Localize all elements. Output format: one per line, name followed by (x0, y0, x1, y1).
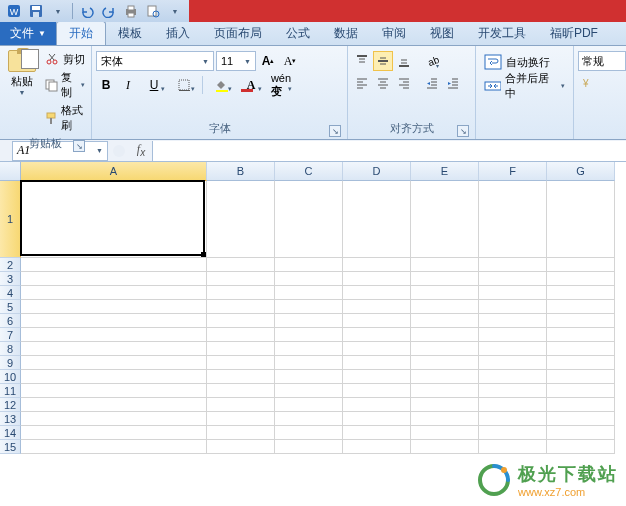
cell[interactable] (343, 384, 411, 398)
column-header[interactable]: C (275, 162, 343, 181)
cell[interactable] (479, 181, 547, 258)
cell[interactable] (207, 300, 275, 314)
cell[interactable] (275, 440, 343, 454)
cell[interactable] (547, 412, 615, 426)
cell[interactable] (21, 412, 207, 426)
cell[interactable] (547, 356, 615, 370)
cell[interactable] (479, 426, 547, 440)
cell[interactable] (479, 440, 547, 454)
tab-home[interactable]: 开始 (56, 21, 106, 45)
cell[interactable] (547, 272, 615, 286)
orientation-button[interactable]: ab▾ (422, 51, 442, 71)
cell[interactable] (21, 181, 207, 258)
cell[interactable] (411, 356, 479, 370)
cell[interactable] (275, 426, 343, 440)
font-color-button[interactable]: A ▾ (237, 75, 265, 95)
cell[interactable] (479, 258, 547, 272)
cell[interactable] (343, 328, 411, 342)
cell[interactable] (343, 426, 411, 440)
formula-input[interactable] (152, 141, 626, 161)
row-header[interactable]: 12 (0, 398, 21, 412)
cell[interactable] (411, 286, 479, 300)
cell[interactable] (343, 314, 411, 328)
redo-icon[interactable] (99, 2, 119, 20)
cell[interactable] (21, 370, 207, 384)
cell[interactable] (207, 384, 275, 398)
column-header[interactable]: D (343, 162, 411, 181)
cell[interactable] (411, 384, 479, 398)
cell[interactable] (275, 370, 343, 384)
wrap-text-button[interactable]: 自动换行 (480, 51, 569, 73)
cell[interactable] (207, 440, 275, 454)
row-header[interactable]: 1 (0, 181, 21, 258)
format-painter-button[interactable]: 格式刷 (42, 102, 87, 134)
currency-button[interactable]: ¥ (578, 73, 598, 93)
paste-button[interactable]: 粘贴 ▼ (4, 48, 40, 96)
cell[interactable] (547, 426, 615, 440)
cell[interactable] (207, 181, 275, 258)
column-header[interactable]: A (21, 162, 207, 181)
cell[interactable] (411, 342, 479, 356)
increase-indent-button[interactable] (443, 73, 463, 93)
select-all-corner[interactable] (0, 162, 21, 181)
cell[interactable] (343, 286, 411, 300)
bold-button[interactable]: B (96, 75, 116, 95)
row-header[interactable]: 5 (0, 300, 21, 314)
tab-formulas[interactable]: 公式 (274, 21, 322, 45)
borders-button[interactable]: ▾ (170, 75, 198, 95)
dialog-launcher[interactable]: ↘ (73, 140, 85, 152)
cell[interactable] (343, 258, 411, 272)
cell[interactable] (275, 181, 343, 258)
cell[interactable] (547, 328, 615, 342)
align-bottom-button[interactable] (394, 51, 414, 71)
cell[interactable] (411, 272, 479, 286)
tab-template[interactable]: 模板 (106, 21, 154, 45)
cell[interactable] (547, 440, 615, 454)
cell[interactable] (21, 272, 207, 286)
cell[interactable] (479, 314, 547, 328)
cell[interactable] (275, 398, 343, 412)
cell[interactable] (547, 314, 615, 328)
row-header[interactable]: 10 (0, 370, 21, 384)
cell[interactable] (207, 342, 275, 356)
cell[interactable] (479, 300, 547, 314)
cell[interactable] (343, 370, 411, 384)
cell[interactable] (21, 384, 207, 398)
increase-font-button[interactable]: A▴ (258, 51, 278, 71)
cell[interactable] (343, 356, 411, 370)
cell[interactable] (21, 398, 207, 412)
cell[interactable] (479, 356, 547, 370)
undo-icon[interactable] (77, 2, 97, 20)
italic-button[interactable]: I (118, 75, 138, 95)
fill-color-button[interactable]: ▾ (207, 75, 235, 95)
cell[interactable] (479, 272, 547, 286)
cell[interactable] (275, 342, 343, 356)
merge-center-button[interactable]: 合并后居中 ▾ (480, 75, 569, 97)
cell[interactable] (479, 384, 547, 398)
row-header[interactable]: 14 (0, 426, 21, 440)
cell[interactable] (411, 328, 479, 342)
cell[interactable] (207, 356, 275, 370)
cut-button[interactable]: 剪切 (42, 50, 87, 68)
font-size-select[interactable]: 11▼ (216, 51, 256, 71)
cell[interactable] (411, 398, 479, 412)
insert-function-button[interactable]: fx (130, 141, 152, 161)
cell[interactable] (275, 258, 343, 272)
underline-button[interactable]: U▾ (140, 75, 168, 95)
dialog-launcher[interactable]: ↘ (329, 125, 341, 137)
align-right-button[interactable] (394, 73, 414, 93)
cell[interactable] (343, 300, 411, 314)
decrease-indent-button[interactable] (422, 73, 442, 93)
cell[interactable] (275, 412, 343, 426)
tab-insert[interactable]: 插入 (154, 21, 202, 45)
cell[interactable] (411, 370, 479, 384)
tab-page-layout[interactable]: 页面布局 (202, 21, 274, 45)
qat-customize-icon[interactable]: ▼ (165, 2, 185, 20)
cell[interactable] (411, 426, 479, 440)
cell[interactable] (547, 300, 615, 314)
font-name-select[interactable]: 宋体▼ (96, 51, 214, 71)
cell[interactable] (207, 370, 275, 384)
cell[interactable] (547, 286, 615, 300)
cell[interactable] (547, 384, 615, 398)
align-middle-button[interactable] (373, 51, 393, 71)
